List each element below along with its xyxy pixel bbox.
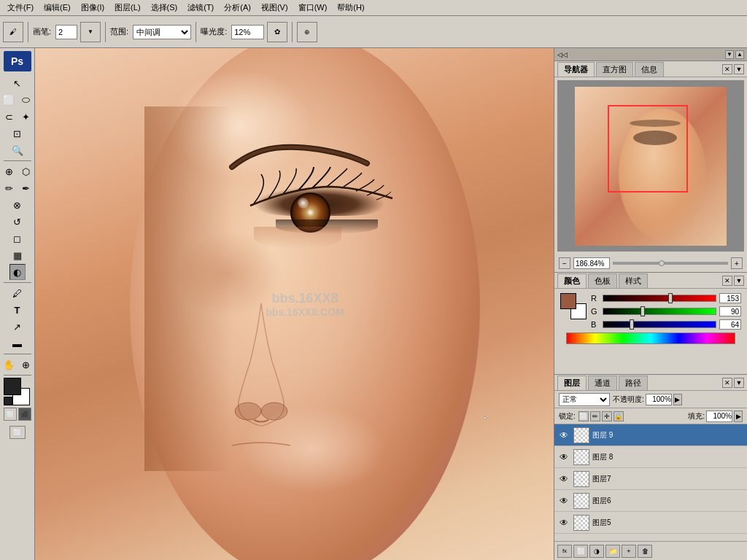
layer-fx-btn[interactable]: fx [557, 545, 572, 558]
opacity-input[interactable] [646, 394, 672, 405]
menu-select[interactable]: 选择(S) [147, 1, 182, 15]
menu-help[interactable]: 帮助(H) [333, 1, 368, 15]
g-slider[interactable] [603, 308, 716, 315]
layer-9-visibility[interactable]: 👁 [557, 429, 570, 442]
channels-tab[interactable]: 通道 [588, 376, 617, 390]
tool-eraser[interactable]: ◻ [9, 230, 26, 246]
menu-view[interactable]: 视图(V) [257, 1, 293, 15]
toolbar-brush-icon[interactable]: 🖌 [3, 22, 23, 42]
foreground-color-swatch[interactable] [4, 378, 21, 395]
tool-move[interactable]: ↖ [9, 75, 26, 91]
color-expand-btn[interactable]: ▼ [734, 276, 744, 286]
tool-pen[interactable]: 🖊 [9, 285, 26, 301]
tablet-pressure-btn[interactable]: ⊕ [297, 22, 317, 42]
layer-item-8[interactable]: 👁 图层 8 [554, 446, 747, 468]
menu-file[interactable]: 文件(F) [3, 1, 38, 15]
tool-eyedropper[interactable]: 🔍 [9, 142, 26, 158]
color-fg-bg-swatches[interactable] [560, 293, 587, 319]
info-tab[interactable]: 信息 [635, 62, 664, 77]
layer-new-btn[interactable]: + [622, 545, 636, 558]
panel-min-btn[interactable]: ▼ [725, 50, 734, 59]
color-swatches[interactable] [4, 378, 31, 405]
tool-pencil[interactable]: ✒ [18, 180, 34, 196]
tool-clone[interactable]: ⊗ [9, 197, 26, 213]
zoom-input[interactable] [573, 257, 610, 269]
menu-edit[interactable]: 编辑(E) [39, 1, 75, 15]
menu-filter[interactable]: 滤镜(T) [183, 1, 218, 15]
tool-hand[interactable]: ✋ [1, 357, 17, 373]
airbrush-btn[interactable]: ✿ [267, 22, 287, 42]
color-tab[interactable]: 颜色 [557, 273, 587, 288]
fg-color-swatch[interactable] [560, 293, 576, 309]
canvas-area[interactable]: bbs.16XX8 bbs.16XX8.COM [35, 48, 554, 560]
swatches-tab[interactable]: 色板 [588, 273, 617, 288]
layer-adjustment-btn[interactable]: ◑ [589, 545, 604, 558]
navigator-expand-btn[interactable]: ▼ [734, 64, 744, 74]
opacity-expand-btn[interactable]: ▶ [673, 394, 682, 405]
fill-input[interactable] [706, 411, 732, 422]
layer-item-9[interactable]: 👁 图层 9 [554, 424, 747, 446]
brush-size-picker[interactable]: ▼ [80, 22, 101, 42]
navigator-close-btn[interactable]: ✕ [722, 64, 732, 74]
layer-item-5[interactable]: 👁 图层5 [554, 512, 747, 534]
fill-expand-btn[interactable]: ▶ [734, 411, 743, 422]
panel-max-btn[interactable]: ▲ [735, 50, 744, 59]
lock-transparent-btn[interactable]: ⬜ [578, 411, 589, 421]
layer-item-6[interactable]: 👁 图层6 [554, 490, 747, 512]
nav-zoom-in-btn[interactable]: + [731, 257, 743, 269]
menu-layer[interactable]: 图层(L) [110, 1, 144, 15]
histogram-tab[interactable]: 直方图 [596, 62, 633, 77]
nav-zoom-out-btn[interactable]: − [559, 257, 570, 269]
layer-mask-btn[interactable]: ⬜ [573, 545, 588, 558]
layer-item-7[interactable]: 👁 图层7 [554, 468, 747, 490]
tool-marquee-rect[interactable]: ⬜ [1, 92, 17, 108]
menu-analysis[interactable]: 分析(A) [220, 1, 255, 15]
tool-text[interactable]: T [9, 302, 26, 318]
zoom-slider[interactable] [613, 262, 728, 265]
layers-tab[interactable]: 图层 [557, 376, 587, 390]
tool-lasso[interactable]: ⊂ [1, 109, 17, 125]
tool-marquee-ellipse[interactable]: ⬭ [18, 92, 34, 108]
navigator-preview[interactable] [557, 80, 744, 252]
range-select[interactable]: 中间调 阴影 高光 [133, 25, 191, 39]
lock-position-btn[interactable]: ✛ [602, 411, 612, 421]
paths-tab[interactable]: 路径 [619, 376, 648, 390]
layer-7-visibility[interactable]: 👁 [557, 472, 570, 486]
layer-group-btn[interactable]: 📁 [605, 545, 620, 558]
layer-6-visibility[interactable]: 👁 [557, 494, 570, 508]
layer-5-visibility[interactable]: 👁 [557, 516, 570, 529]
g-value[interactable]: 90 [719, 306, 741, 316]
tool-history-brush[interactable]: ↺ [9, 214, 26, 230]
lock-image-btn[interactable]: ✏ [590, 411, 600, 421]
b-value[interactable]: 64 [719, 319, 741, 330]
reset-colors-icon[interactable] [4, 397, 12, 405]
blend-mode-select[interactable]: 正常 溶解 正片叠底 滤色 叠加 [559, 393, 610, 406]
tool-crop[interactable]: ⊡ [9, 125, 26, 141]
tool-zoom[interactable]: ⊕ [18, 357, 34, 373]
tool-heal[interactable]: ⊕ [1, 163, 17, 179]
tool-brush[interactable]: ✏ [1, 180, 17, 196]
menu-window[interactable]: 窗口(W) [294, 1, 332, 15]
menu-image[interactable]: 图像(I) [77, 1, 109, 15]
layers-close-btn[interactable]: ✕ [722, 378, 732, 388]
styles-tab[interactable]: 样式 [619, 273, 648, 288]
standard-mode-btn[interactable]: ⬜ [4, 408, 17, 421]
tool-patch[interactable]: ⬡ [18, 163, 34, 179]
color-close-btn[interactable]: ✕ [722, 276, 732, 286]
color-spectrum-bar[interactable] [566, 332, 735, 344]
brush-size-input[interactable] [55, 25, 77, 39]
tool-dodge[interactable]: ◐ [9, 264, 26, 280]
lock-all-btn[interactable]: 🔒 [614, 411, 624, 421]
tool-magic-wand[interactable]: ✦ [18, 109, 34, 125]
quickmask-mode-btn[interactable]: ⬛ [18, 408, 31, 421]
r-value[interactable]: 153 [719, 293, 741, 303]
b-slider[interactable] [603, 321, 716, 328]
tool-gradient[interactable]: ▦ [9, 247, 26, 263]
exposure-input[interactable] [231, 25, 264, 39]
layer-8-visibility[interactable]: 👁 [557, 451, 570, 464]
screen-mode-btn[interactable]: ⬜ [9, 426, 26, 439]
r-slider[interactable] [603, 295, 716, 302]
tool-shape[interactable]: ▬ [9, 335, 26, 351]
layer-delete-btn[interactable]: 🗑 [638, 545, 652, 558]
navigator-tab[interactable]: 导航器 [557, 62, 595, 77]
